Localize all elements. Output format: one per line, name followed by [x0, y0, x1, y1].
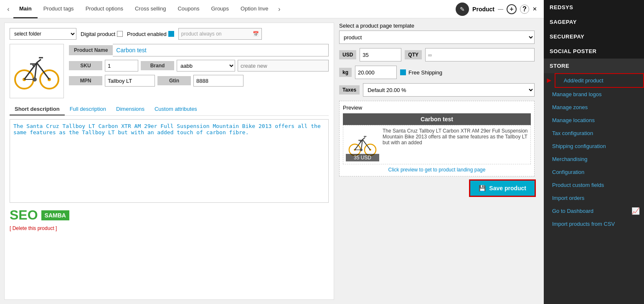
sku-brand-row: SKU Brand aabb [69, 60, 329, 72]
weight-row: kg Free Shipping [339, 66, 535, 79]
tab-main[interactable]: Main [13, 0, 38, 18]
add-product-icon[interactable]: + [507, 4, 517, 14]
sidebar-item-manage-brand-logos[interactable]: Manage brand logos [544, 88, 644, 101]
sku-input[interactable] [105, 60, 138, 72]
product-name-input[interactable] [113, 44, 329, 56]
sidebar-item-manage-zones[interactable]: Manage zones [544, 101, 644, 114]
sidebar-item-merchandising[interactable]: Merchandising [544, 153, 644, 166]
sku-label: SKU [69, 61, 102, 70]
always-on-placeholder: product always on [181, 31, 222, 37]
sidebar-section-sagepay[interactable]: SAGEPAY [544, 15, 644, 29]
preview-link[interactable]: Click preview to get to product landing … [343, 167, 531, 173]
sidebar-section-redsys[interactable]: REDSYS [544, 0, 644, 15]
help-icon[interactable]: ? [520, 5, 529, 14]
kg-label: kg [339, 68, 352, 77]
product-enabled-checkbox[interactable] [168, 31, 174, 37]
description-tabs: Short description Full description Dimen… [10, 103, 329, 116]
template-select[interactable]: product [339, 31, 535, 44]
description-textarea[interactable]: The Santa Cruz Tallboy LT Carbon XTR AM … [10, 119, 329, 203]
preview-body: 35 USD The Santa Cruz Tallboy LT Carbon … [343, 125, 531, 164]
mpn-label: MPN [69, 76, 102, 85]
qty-input[interactable] [425, 48, 535, 61]
tab-dimensions[interactable]: Dimensions [111, 103, 150, 115]
digital-product-label: Digital product [81, 31, 115, 37]
edit-icon[interactable]: ✎ [456, 3, 469, 16]
product-enabled-label: Product enabled [127, 31, 167, 37]
sidebar-item-add-edit-product[interactable]: Add/edit product [555, 73, 644, 88]
product-label: Product [472, 6, 494, 13]
sidebar-item-configuration[interactable]: Configuration [544, 166, 644, 179]
folder-select[interactable]: select folder [10, 28, 76, 40]
save-label: Save product [489, 185, 526, 192]
free-shipping-label: Free Shipping [408, 69, 442, 76]
product-name-row: Product Name [69, 44, 329, 56]
left-panel: select folder Digital product Product en… [4, 23, 334, 300]
mpn-gtin-row: MPN Gtin [69, 75, 329, 87]
sidebar-item-product-custom-fields[interactable]: Product custom fields [544, 179, 644, 192]
product-image[interactable] [10, 44, 64, 98]
tab-cross-selling[interactable]: Cross selling [129, 0, 172, 18]
preview-product-image: 35 USD [346, 128, 379, 161]
badge-row: SEO SAMBA [10, 207, 329, 223]
samba-badge: SAMBA [41, 210, 69, 220]
svg-point-26 [360, 148, 363, 151]
tab-custom-attributes[interactable]: Custom attributes [150, 103, 202, 115]
gtin-label: Gtin [157, 76, 191, 85]
weight-input[interactable] [355, 66, 397, 79]
svg-line-8 [37, 59, 41, 63]
tab-product-tags[interactable]: Product tags [38, 0, 80, 18]
brand-select[interactable]: aabb [177, 60, 235, 72]
preview-text: The Santa Cruz Tallboy LT Carbon XTR AM … [383, 128, 528, 161]
sidebar-item-tax-configuration[interactable]: Tax configuration [544, 127, 644, 140]
save-product-button[interactable]: 💾 Save product [470, 181, 535, 196]
gtin-input[interactable] [193, 75, 243, 87]
template-section: Select a product page template product [339, 23, 535, 44]
preview-section: Preview Carbon test [339, 101, 535, 176]
sidebar-section-store[interactable]: STORE [544, 59, 644, 73]
sidebar-item-shipping-configuration[interactable]: Shipping configuration [544, 140, 644, 153]
sidebar: REDSYS SAGEPAY SECUREPAY SOCIAL POSTER S… [544, 0, 644, 304]
calendar-icon[interactable]: 📅 [253, 31, 259, 37]
sidebar-section-securepay[interactable]: SECUREPAY [544, 29, 644, 44]
svg-line-22 [363, 138, 365, 140]
sidebar-item-go-to-dashboard[interactable]: Go to Dashboard [544, 204, 631, 217]
tab-bar: ‹ Main Product tags Product options Cros… [0, 0, 544, 18]
dashboard-chart-icon: 📈 [631, 207, 644, 215]
tab-option-inve[interactable]: Option Inve [235, 0, 274, 18]
sidebar-item-import-products-csv[interactable]: Import products from CSV [544, 217, 644, 230]
digital-product-field: Digital product [81, 31, 123, 37]
taxes-label: Taxes [339, 85, 360, 95]
seo-badge: SEO [10, 207, 38, 223]
close-icon[interactable]: ✕ [532, 6, 537, 12]
taxes-row: Taxes Default 20.00 % [339, 83, 535, 97]
tab-product-options[interactable]: Product options [80, 0, 129, 18]
preview-header: Carbon test [343, 113, 531, 125]
right-panel: Select a product page template product U… [334, 23, 540, 300]
tab-nav-left[interactable]: ‹ [3, 4, 13, 14]
sidebar-item-import-orders[interactable]: Import orders [544, 192, 644, 204]
sidebar-item-manage-locations[interactable]: Manage locations [544, 114, 644, 127]
tab-groups[interactable]: Groups [205, 0, 235, 18]
always-on-input[interactable]: product always on 📅 [178, 28, 262, 40]
tab-coupons[interactable]: Coupons [172, 0, 205, 18]
top-controls: select folder Digital product Product en… [10, 28, 329, 40]
product-name-label: Product Name [69, 45, 113, 55]
taxes-select[interactable]: Default 20.00 % [363, 83, 535, 97]
preview-box: Carbon test [343, 113, 531, 173]
preview-label: Preview [343, 105, 531, 111]
tab-short-description[interactable]: Short description [10, 103, 65, 115]
product-image-row: Product Name SKU Brand aabb [10, 44, 329, 98]
free-shipping-checkbox[interactable] [400, 69, 406, 75]
create-new-input[interactable] [238, 60, 329, 72]
form-section: Product Name SKU Brand aabb [69, 44, 329, 98]
currency-label: USD [339, 50, 356, 59]
tab-nav-right[interactable]: › [274, 4, 284, 14]
digital-product-checkbox[interactable] [117, 31, 123, 37]
sidebar-section-social-poster[interactable]: SOCIAL POSTER [544, 44, 644, 59]
mpn-input[interactable] [105, 75, 155, 87]
free-shipping-field: Free Shipping [400, 69, 442, 76]
tab-full-description[interactable]: Full description [65, 103, 111, 115]
price-input[interactable] [360, 48, 401, 61]
delete-product-link[interactable]: [ Delete this product ] [10, 225, 329, 231]
preview-price-badge: 35 USD [346, 154, 379, 161]
